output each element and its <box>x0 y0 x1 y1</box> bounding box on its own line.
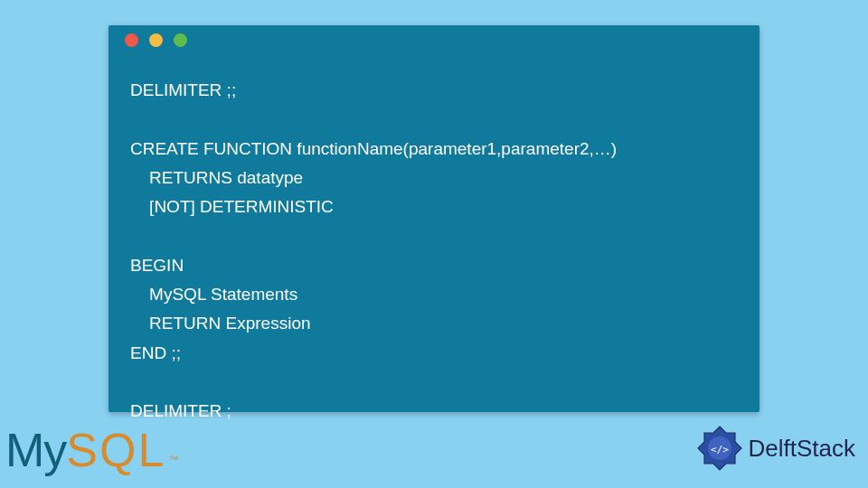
delftstack-text: DelftStack <box>749 435 856 463</box>
minimize-icon <box>149 33 163 47</box>
svg-text:</>: </> <box>711 444 729 455</box>
code-line: [NOT] DETERMINISTIC <box>130 197 334 216</box>
code-line: RETURN Expression <box>130 314 311 333</box>
code-content: DELIMITER ;; CREATE FUNCTION functionNam… <box>108 54 760 427</box>
code-line: CREATE FUNCTION functionName(parameter1,… <box>130 139 617 158</box>
code-window: DELIMITER ;; CREATE FUNCTION functionNam… <box>108 25 760 412</box>
window-titlebar <box>108 25 760 54</box>
code-line: BEGIN <box>130 256 184 275</box>
mysql-logo: MySQL™ <box>5 423 178 477</box>
code-line: MySQL Statements <box>130 285 297 304</box>
code-line: DELIMITER ; <box>130 401 231 420</box>
delftstack-logo: </> DelftStack <box>696 425 856 472</box>
code-line: END ;; <box>130 343 181 362</box>
maximize-icon <box>174 33 187 47</box>
mysql-logo-my: My <box>5 423 66 477</box>
mysql-logo-tm: ™ <box>168 454 178 465</box>
mysql-logo-sql: SQL <box>66 423 165 477</box>
code-line: RETURNS datatype <box>130 168 303 187</box>
close-icon <box>125 33 138 47</box>
code-line: DELIMITER ;; <box>130 80 236 99</box>
delftstack-badge-icon: </> <box>696 425 743 472</box>
